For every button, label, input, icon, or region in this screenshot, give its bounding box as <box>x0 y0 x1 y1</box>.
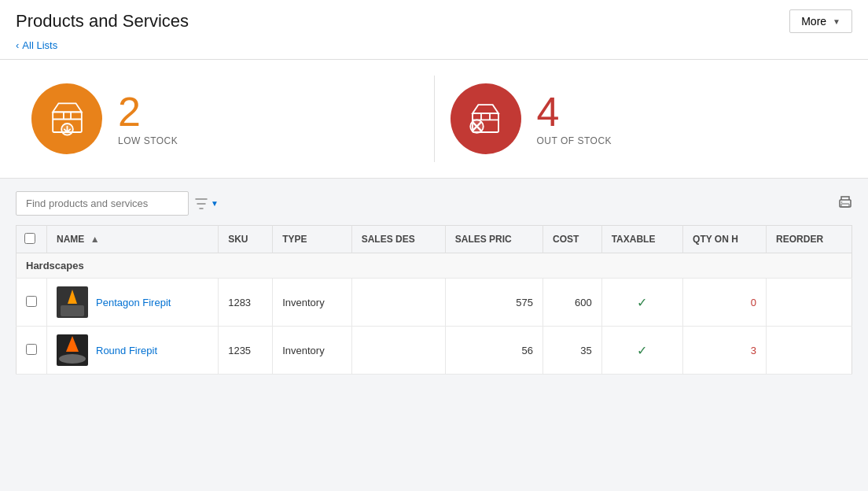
th-sku[interactable]: SKU <box>219 226 273 253</box>
out-of-stock-card[interactable]: 4 OUT OF STOCK <box>435 76 853 162</box>
more-label: More <box>801 15 826 28</box>
low-stock-icon-circle <box>31 83 102 154</box>
low-stock-label: LOW STOCK <box>118 135 178 146</box>
row-sku-cell: 1283 <box>219 279 273 327</box>
th-qty-on-hand[interactable]: QTY ON H <box>683 226 767 253</box>
stats-section: 2 LOW STOCK 4 OUT OF STOCK <box>0 60 868 179</box>
all-lists-label: All Lists <box>22 39 57 51</box>
row-taxable-cell: ✓ <box>601 279 682 327</box>
low-stock-box-icon <box>46 98 89 141</box>
table-row: Round Firepit 1235 Inventory 56 35 ✓ 3 <box>17 327 852 375</box>
table-header-row: NAME ▲ SKU TYPE SALES DES SALES PRIC COS… <box>17 226 852 253</box>
th-sales-desc[interactable]: SALES DES <box>351 226 445 253</box>
th-checkbox <box>17 226 47 253</box>
low-stock-count: 2 <box>118 91 178 132</box>
print-icon <box>838 195 852 209</box>
low-stock-info: 2 LOW STOCK <box>118 91 178 146</box>
out-of-stock-info: 4 OUT OF STOCK <box>537 91 612 146</box>
product-name-link[interactable]: Round Firepit <box>96 345 157 356</box>
th-cost[interactable]: COST <box>542 226 601 253</box>
out-of-stock-count: 4 <box>537 91 612 132</box>
more-button[interactable]: More ▼ <box>789 9 852 33</box>
row-reorder-cell <box>767 327 852 375</box>
select-all-checkbox[interactable] <box>24 233 35 244</box>
product-thumbnail <box>57 334 88 366</box>
taxable-checkmark-icon: ✓ <box>637 296 647 309</box>
taxable-checkmark-icon: ✓ <box>637 344 647 357</box>
th-sales-price[interactable]: SALES PRIC <box>445 226 542 253</box>
row-type-cell: Inventory <box>273 327 351 375</box>
row-name-cell: Pentagon Firepit <box>47 279 219 327</box>
out-of-stock-icon-circle <box>451 83 521 154</box>
th-taxable[interactable]: TAXABLE <box>601 226 682 253</box>
row-cost-cell: 600 <box>542 279 601 327</box>
filter-button[interactable]: ▼ <box>195 198 219 209</box>
row-type-cell: Inventory <box>273 279 351 327</box>
product-thumbnail <box>57 286 88 318</box>
low-stock-card[interactable]: 2 LOW STOCK <box>16 76 435 162</box>
page-title: Products and Services <box>16 11 189 31</box>
svg-point-14 <box>841 201 843 203</box>
row-checkbox[interactable] <box>26 296 37 307</box>
row-qty-cell: 0 <box>683 279 767 327</box>
row-cost-cell: 35 <box>542 327 601 375</box>
filter-chevron-icon: ▼ <box>211 199 219 208</box>
toolbar-section: ▼ <box>0 179 868 225</box>
table-section: NAME ▲ SKU TYPE SALES DES SALES PRIC COS… <box>0 225 868 390</box>
qty-value: 0 <box>751 297 756 308</box>
chevron-down-icon: ▼ <box>833 17 840 26</box>
group-name: Hardscapes <box>17 253 852 279</box>
row-sku-cell: 1235 <box>219 327 273 375</box>
sort-arrow-icon: ▲ <box>90 234 100 245</box>
group-row-hardscapes: Hardscapes <box>17 253 852 279</box>
th-name[interactable]: NAME ▲ <box>47 226 219 253</box>
filter-icon <box>195 198 208 209</box>
table-row: Pentagon Firepit 1283 Inventory 575 600 … <box>17 279 852 327</box>
search-input[interactable] <box>16 191 189 216</box>
row-sales-price-cell: 56 <box>445 327 542 375</box>
back-arrow-icon: ‹ <box>16 39 19 51</box>
product-name-link[interactable]: Pentagon Firepit <box>96 297 171 308</box>
row-qty-cell: 3 <box>683 327 767 375</box>
row-sales-price-cell: 575 <box>445 279 542 327</box>
toolbar: ▼ <box>16 191 852 225</box>
all-lists-link[interactable]: ‹ All Lists <box>16 39 852 59</box>
th-reorder[interactable]: REORDER <box>767 226 852 253</box>
th-type[interactable]: TYPE <box>273 226 351 253</box>
page-header: Products and Services More ▼ ‹ All Lists <box>0 0 868 60</box>
out-of-stock-label: OUT OF STOCK <box>537 135 612 146</box>
row-sales-desc-cell <box>351 279 445 327</box>
row-reorder-cell <box>767 279 852 327</box>
row-taxable-cell: ✓ <box>601 327 682 375</box>
row-checkbox-cell <box>17 327 47 375</box>
print-button[interactable] <box>838 195 852 212</box>
row-sales-desc-cell <box>351 327 445 375</box>
out-of-stock-box-icon <box>464 98 507 141</box>
products-table: NAME ▲ SKU TYPE SALES DES SALES PRIC COS… <box>16 225 852 375</box>
row-checkbox[interactable] <box>26 344 37 355</box>
qty-value: 3 <box>751 345 756 356</box>
row-name-cell: Round Firepit <box>47 327 219 375</box>
row-checkbox-cell <box>17 279 47 327</box>
